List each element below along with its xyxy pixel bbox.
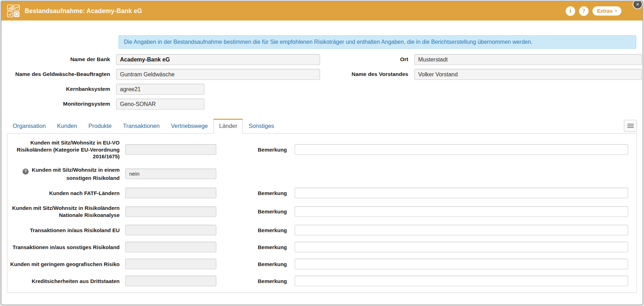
field-label-kreditsicherheiten-drittstaaten: Kreditsicherheiten aus Drittstaaten: [7, 278, 120, 285]
form-row: Name der Bank Ort: [1, 54, 643, 65]
bemerkung-input-transaktionen-sonstiges[interactable]: [295, 242, 628, 252]
nationale-risikoanalyse-input[interactable]: [125, 206, 216, 217]
fatf-laender-input[interactable]: [125, 188, 216, 198]
field-label-nationale-risikoanalyse: Kunden mit Sitz/Wohnsitz in Risikoländer…: [7, 205, 120, 218]
field-label-geldwaesche-beauftragter: Name des Geldwäsche-Beauftragten: [1, 71, 110, 78]
master-data-form: Name der Bank Ort Name des Geldwäsche-Be…: [1, 54, 643, 110]
kernbanksystem-input[interactable]: [116, 84, 204, 95]
sonstiges-risikoland-input[interactable]: [125, 169, 216, 179]
field-label-eu-vo-risikolaender: Kunden mit Sitz/Wohnsitz in EU-VO Risiko…: [7, 139, 120, 160]
transaktionen-sonstiges-risikoland-input[interactable]: [125, 242, 216, 252]
field-label-transaktionen-sonstiges-risikoland: Transaktionen in/aus sonstiges Risikolan…: [7, 244, 120, 251]
bemerkung-label: Bemerkung: [216, 261, 287, 267]
bemerkung-input-eu-vo[interactable]: [295, 144, 628, 155]
panel-row: Kunden mit Sitz/Wohnsitz in EU-VO Risiko…: [7, 139, 637, 160]
list-icon: [627, 123, 634, 128]
field-label-monitoringsystem: Monitoringsystem: [1, 101, 110, 107]
tab-vertriebswege[interactable]: Vertriebswege: [165, 119, 213, 133]
field-label-geringes-geografisches-risiko: Kunden mit geringem geografischen Risiko: [7, 261, 120, 268]
extras-label: Extras: [597, 8, 613, 14]
bemerkung-input-transaktionen-eu[interactable]: [295, 225, 628, 235]
info-banner: Die Angaben in der Bestandsaufnahme best…: [119, 35, 636, 49]
titlebar: Bestandsaufnahme: Academy-Bank eG i ? Ex…: [1, 1, 643, 20]
bemerkung-label: Bemerkung: [216, 278, 287, 284]
app-window: Bestandsaufnahme: Academy-Bank eG i ? Ex…: [1, 1, 643, 305]
tab-organisation[interactable]: Organisation: [7, 119, 52, 133]
info-button[interactable]: i: [566, 6, 575, 16]
ort-input[interactable]: [414, 54, 642, 65]
bemerkung-label: Bemerkung: [216, 147, 287, 153]
form-row: Name des Geldwäsche-Beauftragten Name de…: [1, 69, 643, 80]
close-icon: ×: [636, 1, 639, 7]
form-row: Kernbanksystem: [1, 84, 643, 95]
panel-row: Kunden nach FATF-Ländern Bemerkung: [7, 188, 637, 198]
field-label-vorstand: Name des Vorstandes: [320, 71, 408, 78]
tab-kunden[interactable]: Kunden: [52, 119, 83, 133]
eu-vo-risikolaender-input[interactable]: [125, 144, 216, 155]
bemerkung-input-geografisches-risiko[interactable]: [295, 259, 628, 269]
info-icon: i: [570, 8, 571, 14]
field-label-fatf-laender: Kunden nach FATF-Ländern: [7, 190, 120, 197]
kreditsicherheiten-drittstaaten-input[interactable]: [125, 276, 216, 286]
bemerkung-input-kreditsicherheiten[interactable]: [295, 276, 628, 286]
field-help-icon[interactable]: ?: [23, 169, 29, 175]
tab-produkte[interactable]: Produkte: [83, 119, 117, 133]
question-icon: ?: [582, 8, 585, 14]
help-button[interactable]: ?: [579, 6, 589, 16]
panel-row: ? Kunden mit Sitz/Wohnsitz in einem sons…: [7, 166, 637, 182]
extras-button[interactable]: Extras ▾: [592, 6, 621, 16]
app-logo-icon: [7, 5, 20, 17]
bemerkung-label: Bemerkung: [216, 190, 287, 196]
panel-row: Transaktionen in/aus Risikoland EU Bemer…: [7, 225, 637, 235]
field-label-name-der-bank: Name der Bank: [1, 56, 110, 63]
panel-row: Kunden mit geringem geografischen Risiko…: [7, 259, 637, 269]
geringes-geografisches-risiko-input[interactable]: [125, 259, 216, 269]
field-label-transaktionen-risikoland-eu: Transaktionen in/aus Risikoland EU: [7, 227, 120, 234]
bemerkung-label: Bemerkung: [216, 244, 287, 250]
geldwaesche-beauftragter-input[interactable]: [116, 69, 320, 80]
laender-tab-panel: Kunden mit Sitz/Wohnsitz in EU-VO Risiko…: [7, 133, 637, 293]
field-label-sonstiges-risikoland: ? Kunden mit Sitz/Wohnsitz in einem sons…: [7, 166, 120, 182]
titlebar-actions: i ? Extras ▾: [566, 6, 637, 16]
form-row: Monitoringsystem: [1, 99, 643, 110]
name-der-bank-input[interactable]: [116, 54, 320, 65]
layout-toggle-button[interactable]: [624, 120, 637, 132]
info-banner-text: Die Angaben in der Bestandsaufnahme best…: [124, 39, 532, 45]
transaktionen-risikoland-eu-input[interactable]: [125, 225, 216, 235]
panel-row: Kunden mit Sitz/Wohnsitz in Risikoländer…: [7, 205, 637, 218]
bemerkung-label: Bemerkung: [216, 208, 287, 214]
window-title: Bestandsaufnahme: Academy-Bank eG: [25, 7, 142, 15]
field-label-kernbanksystem: Kernbanksystem: [1, 86, 110, 93]
bemerkung-label: Bemerkung: [216, 227, 287, 233]
field-label-ort: Ort: [320, 56, 408, 63]
tab-sonstiges[interactable]: Sonstiges: [243, 119, 279, 133]
bemerkung-input-nationale-risikoanalyse[interactable]: [295, 206, 628, 217]
panel-row: Transaktionen in/aus sonstiges Risikolan…: [7, 242, 637, 252]
tab-laender[interactable]: Länder: [213, 119, 243, 134]
monitoringsystem-input[interactable]: [116, 99, 204, 110]
chevron-down-icon: ▾: [615, 9, 617, 13]
panel-row: Kreditsicherheiten aus Drittstaaten Beme…: [7, 276, 637, 286]
vorstand-input[interactable]: [414, 69, 642, 80]
tabbar: Organisation Kunden Produkte Transaktion…: [7, 119, 637, 133]
bemerkung-input-fatf[interactable]: [295, 188, 628, 198]
tab-transaktionen[interactable]: Transaktionen: [118, 119, 165, 133]
